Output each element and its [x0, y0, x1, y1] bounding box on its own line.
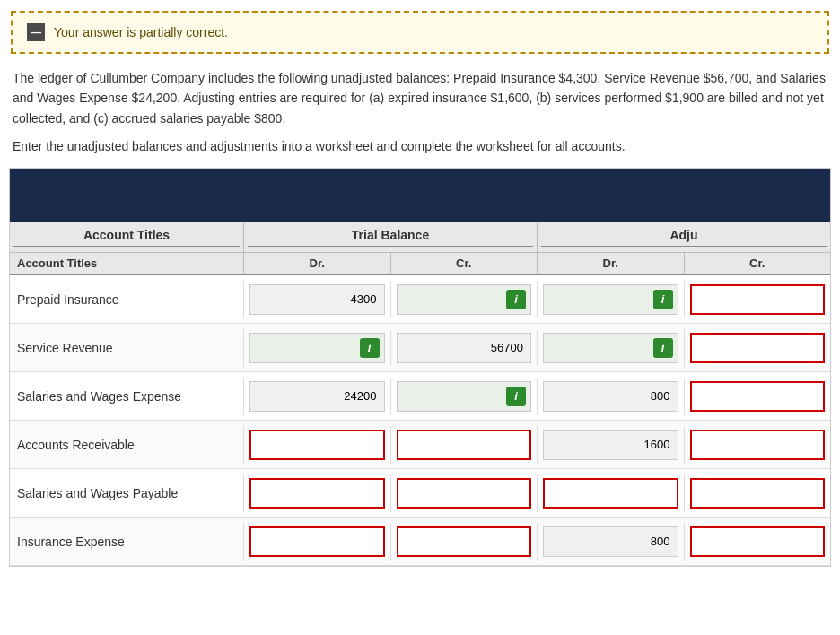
table-row: Accounts Receivable: [10, 421, 830, 469]
row4-tb-cr-cell: [390, 474, 538, 512]
row0-adj-dr-info-btn[interactable]: i: [653, 290, 673, 309]
table-row: Salaries and Wages Payable: [10, 469, 830, 518]
row1-tb-dr-cell: i: [243, 329, 390, 367]
row3-adj-dr-cell: [537, 426, 684, 464]
table-row: Service Revenue i i: [10, 324, 830, 372]
account-name: Prepaid Insurance: [10, 285, 243, 314]
row2-tb-cr-info-btn[interactable]: i: [506, 387, 526, 406]
alert-banner: — Your answer is partially correct.: [11, 11, 829, 54]
adjustments-title: Adju: [541, 228, 827, 247]
row2-tb-dr-input[interactable]: [249, 381, 385, 412]
row1-tb-dr-info-btn[interactable]: i: [360, 338, 380, 358]
table-row: Insurance Expense: [10, 518, 830, 566]
row4-tb-dr-cell: [243, 474, 390, 512]
problem-text: The ledger of Cullumber Company includes…: [0, 68, 840, 128]
row5-adj-dr-input[interactable]: [543, 526, 678, 557]
row0-tb-dr-cell: [243, 281, 390, 318]
row3-tb-dr-input[interactable]: [249, 430, 385, 460]
row4-adj-dr-input[interactable]: [543, 478, 678, 509]
row0-tb-cr-cell: i: [390, 281, 538, 318]
adj-cr-subheader: Cr.: [684, 253, 831, 274]
row5-adj-cr-cell: [684, 523, 831, 561]
row1-adj-dr-info-btn[interactable]: i: [653, 338, 673, 358]
row4-tb-dr-input[interactable]: [249, 478, 385, 509]
row2-adj-cr-cell: [684, 378, 831, 415]
column-group-headers: Account Titles Trial Balance Adju: [10, 222, 830, 253]
row3-adj-cr-cell: [684, 426, 831, 464]
worksheet: Account Titles Trial Balance Adju Accoun…: [9, 168, 831, 567]
row3-adj-dr-input[interactable]: [543, 430, 678, 460]
row0-adj-dr-cell: i: [537, 281, 684, 318]
row3-tb-cr-cell: [390, 426, 538, 464]
row3-adj-cr-input[interactable]: [690, 430, 826, 460]
row2-tb-cr-cell: i: [390, 378, 538, 415]
row1-adj-dr-cell: i: [537, 329, 684, 367]
row0-adj-cr-input[interactable]: [690, 284, 826, 315]
sub-headers-row: Account Titles Dr. Cr. Dr. Cr.: [10, 253, 830, 275]
tb-cr-subheader: Cr.: [390, 253, 538, 274]
account-name: Service Revenue: [10, 334, 243, 362]
row4-adj-dr-cell: [537, 474, 684, 512]
trial-balance-title: Trial Balance: [248, 228, 533, 247]
row3-tb-dr-cell: [243, 426, 390, 464]
row5-tb-dr-input[interactable]: [249, 526, 385, 557]
account-name: Insurance Expense: [10, 527, 243, 556]
row4-tb-cr-input[interactable]: [397, 478, 532, 509]
trial-balance-group: Trial Balance: [243, 222, 537, 252]
row4-adj-cr-input[interactable]: [690, 478, 826, 509]
row5-tb-dr-cell: [243, 523, 390, 561]
row1-tb-cr-cell: [390, 329, 538, 367]
row0-adj-cr-cell: [684, 281, 831, 318]
row2-adj-dr-input[interactable]: [543, 381, 678, 412]
account-name: Salaries and Wages Payable: [10, 479, 243, 508]
adj-dr-subheader: Dr.: [537, 253, 684, 274]
account-subheader: Account Titles: [10, 253, 243, 274]
row4-adj-cr-cell: [684, 474, 831, 512]
worksheet-header-bar: [10, 169, 830, 222]
row3-tb-cr-input[interactable]: [397, 430, 532, 460]
adjustments-group: Adju: [537, 222, 830, 252]
row5-adj-dr-cell: [537, 523, 684, 561]
row1-adj-cr-input[interactable]: [690, 333, 826, 363]
row2-adj-cr-input[interactable]: [690, 381, 826, 412]
tb-dr-subheader: Dr.: [243, 253, 390, 274]
account-name: Accounts Receivable: [10, 431, 243, 459]
row5-tb-cr-cell: [390, 523, 538, 561]
row1-tb-cr-input[interactable]: [397, 333, 532, 363]
row2-tb-dr-cell: [243, 378, 390, 415]
alert-icon: —: [27, 23, 45, 41]
account-col-title: Account Titles: [13, 228, 240, 247]
account-name: Salaries and Wages Expense: [10, 382, 243, 411]
alert-text: Your answer is partially correct.: [54, 25, 228, 39]
row1-adj-cr-cell: [684, 329, 831, 367]
table-body: Prepaid Insurance i i: [10, 275, 830, 566]
row0-tb-cr-info-btn[interactable]: i: [506, 290, 526, 309]
row5-adj-cr-input[interactable]: [690, 526, 826, 557]
instruction-text: Enter the unadjusted balances and adjust…: [0, 139, 840, 153]
row0-tb-dr-input[interactable]: [249, 284, 385, 315]
table-row: Salaries and Wages Expense i: [10, 372, 830, 421]
account-col-group: Account Titles: [10, 222, 243, 252]
row5-tb-cr-input[interactable]: [397, 526, 532, 557]
row2-adj-dr-cell: [537, 378, 684, 415]
table-row: Prepaid Insurance i i: [10, 275, 830, 324]
